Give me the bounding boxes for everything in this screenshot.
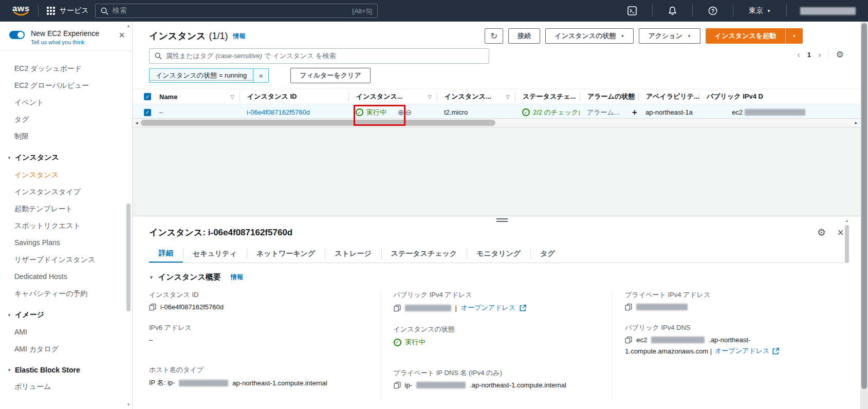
region-selector[interactable]: 東京 ▼ [742, 6, 778, 15]
collapse-section-icon[interactable]: ▼ [149, 275, 154, 280]
sidebar-item-instance-types[interactable]: インスタンスタイプ [0, 183, 132, 200]
column-header-instance-id[interactable]: インスタンス ID [239, 92, 348, 101]
column-header-instance-type[interactable]: インスタンス...▽ [437, 92, 515, 101]
launch-instances-button[interactable]: インスタンスを起動 [706, 28, 785, 44]
column-header-instance-state[interactable]: インスタンス...▽ [348, 92, 437, 101]
launch-instances-caret-button[interactable]: ▼ [785, 28, 803, 44]
zoom-out-icon[interactable]: ⊖ [405, 108, 412, 117]
column-header-status-check[interactable]: ステータスチェ... [515, 92, 580, 101]
remove-filter-icon[interactable]: × [253, 68, 268, 83]
column-header-name[interactable]: Name▽ [153, 93, 239, 101]
bell-icon [668, 6, 677, 15]
row-checkbox[interactable]: ✓ [144, 109, 151, 116]
divider [828, 50, 829, 60]
column-header-availability-zone[interactable]: アベイラビリテ...▽ [638, 92, 699, 101]
sidebar-item-savings-plans[interactable]: Savings Plans [0, 234, 132, 251]
help-icon: ? [708, 6, 717, 15]
sidebar-item-instances[interactable]: インスタンス [0, 166, 132, 183]
experience-feedback-link[interactable]: Tell us what you think [31, 39, 119, 45]
search-placeholder: 属性またはタグ (case-sensitive) で インスタンス を検索 [166, 51, 336, 61]
select-all-checkbox[interactable]: ✓ [144, 93, 151, 100]
nav-search-input[interactable]: 検索 [Alt+S] [95, 4, 378, 18]
sidebar-item-launch-templates[interactable]: 起動テンプレート [0, 200, 132, 217]
tab-status-checks[interactable]: ステータスチェック [381, 245, 467, 263]
panel-settings-icon[interactable]: ⚙ [817, 227, 826, 238]
services-menu-button[interactable]: サービス [47, 6, 89, 15]
scrollbar-thumb[interactable] [861, 23, 867, 389]
scroll-right-icon[interactable]: ► [852, 121, 860, 125]
sidebar-item-limits[interactable]: 制限 [0, 128, 132, 145]
copy-icon[interactable] [625, 303, 632, 311]
close-icon[interactable]: × [119, 30, 125, 40]
pagination: ‹ 1 › ⚙ [797, 49, 844, 60]
aws-logo[interactable]: aws [12, 5, 30, 16]
tab-security[interactable]: セキュリティ [183, 245, 247, 263]
copy-icon[interactable] [625, 336, 632, 344]
external-link-icon [772, 348, 779, 355]
sidebar-section-images[interactable]: ▼イメージ [0, 302, 132, 324]
panel-close-icon[interactable]: × [837, 228, 844, 238]
instance-search-input[interactable]: 属性またはタグ (case-sensitive) で インスタンス を検索 [149, 48, 489, 64]
scrollbar-thumb[interactable] [126, 203, 131, 311]
sidebar-item-ec2-dashboard[interactable]: EC2 ダッシュボード [0, 60, 132, 77]
sidebar-section-instances[interactable]: ▼インスタンス [0, 145, 132, 166]
cloudshell-button[interactable] [620, 6, 644, 15]
column-header-alarm-status[interactable]: アラームの状態 [580, 92, 638, 101]
sidebar-item-volumes[interactable]: ボリューム [0, 378, 132, 395]
sidebar-scrollbar[interactable]: ▲ ▼ [125, 24, 132, 407]
copy-icon[interactable] [394, 381, 401, 389]
tab-monitoring[interactable]: モニタリング [467, 245, 530, 263]
copy-icon[interactable] [394, 304, 401, 312]
scroll-up-icon[interactable]: ▲ [844, 218, 850, 223]
experience-toggle[interactable] [9, 31, 25, 39]
next-page-button[interactable]: › [818, 50, 821, 60]
sidebar-item-tags[interactable]: タグ [0, 111, 132, 128]
sidebar-item-spot-requests[interactable]: スポットリクエスト [0, 217, 132, 234]
account-menu[interactable] [795, 7, 861, 15]
zoom-in-icon[interactable]: ⊕ [398, 108, 404, 117]
page-scrollbar[interactable] [860, 22, 868, 409]
chevron-down-icon: ▼ [620, 34, 624, 39]
sidebar-item-events[interactable]: イベント [0, 94, 132, 111]
column-header-public-ipv4-dns[interactable]: パブリック IPv4 D [699, 92, 860, 101]
scroll-left-icon[interactable]: ◄ [133, 121, 141, 125]
connect-button[interactable]: 接続 [508, 28, 540, 44]
page-number[interactable]: 1 [807, 51, 811, 59]
sidebar-item-ami-catalog[interactable]: AMI カタログ [0, 341, 132, 358]
open-address-link[interactable]: オープンアドレス [461, 303, 515, 312]
info-link[interactable]: 情報 [233, 32, 246, 41]
instance-state-menu-button[interactable]: インスタンスの状態▼ [545, 28, 634, 44]
open-address-link[interactable]: オープンアドレス [715, 346, 769, 356]
instance-id-link[interactable]: i-06e4f087162f5760d [247, 108, 310, 116]
info-link[interactable]: 情報 [231, 273, 243, 282]
tab-storage[interactable]: ストレージ [325, 245, 381, 263]
table-settings-button[interactable]: ⚙ [836, 49, 844, 60]
filter-chip-label[interactable]: インスタンスの状態 = running [151, 71, 252, 81]
sidebar-item-dedicated-hosts[interactable]: Dedicated Hosts [0, 268, 132, 285]
help-button[interactable]: ? [701, 6, 725, 15]
sidebar-item-capacity-reservations[interactable]: キャパシティーの予約 [0, 285, 132, 302]
panel-resize-handle[interactable] [496, 218, 508, 222]
tab-tags[interactable]: タグ [530, 245, 565, 263]
scrollbar-thumb[interactable] [141, 120, 495, 126]
clear-filters-button[interactable]: フィルターをクリア [290, 68, 370, 83]
refresh-button[interactable]: ↻ [485, 28, 503, 44]
tab-networking[interactable]: ネットワーキング [247, 245, 325, 263]
add-alarm-button[interactable]: + [632, 107, 637, 118]
scroll-down-icon[interactable]: ▼ [125, 402, 132, 407]
details-scrollbar[interactable]: ▲ [844, 218, 850, 406]
sidebar-section-ebs[interactable]: ▼Elastic Block Store [0, 358, 132, 378]
prev-page-button[interactable]: ‹ [797, 50, 800, 60]
tab-details[interactable]: 詳細 [149, 245, 183, 263]
sidebar-item-ec2-global-view[interactable]: EC2 グローバルビュー [0, 77, 132, 94]
copy-icon[interactable] [149, 303, 156, 311]
instances-panel: インスタンス (1/1) 情報 ↻ 接続 インスタンスの状態▼ アクション▼ イ… [133, 22, 860, 127]
horizontal-scrollbar[interactable]: ◄ ► [133, 118, 860, 127]
sidebar-item-reserved-instances[interactable]: リザーブドインスタンス [0, 251, 132, 268]
sidebar-item-ami[interactable]: AMI [0, 324, 132, 341]
notifications-button[interactable] [661, 6, 684, 15]
cell-availability-zone: ap-northeast-1a [638, 108, 699, 116]
scrollbar-thumb[interactable] [845, 225, 849, 263]
scroll-up-icon[interactable]: ▲ [125, 24, 132, 28]
actions-menu-button[interactable]: アクション▼ [639, 28, 700, 44]
